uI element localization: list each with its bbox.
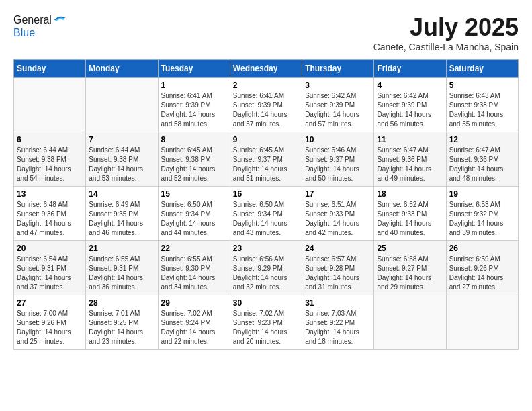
day-details: Sunrise: 6:52 AMSunset: 9:33 PMDaylight:… (377, 200, 443, 238)
calendar-cell (86, 78, 158, 132)
calendar-cell: 28Sunrise: 7:01 AMSunset: 9:25 PMDayligh… (86, 295, 158, 350)
logo-icon (53, 13, 66, 27)
day-number: 14 (89, 189, 154, 199)
day-details: Sunrise: 7:02 AMSunset: 9:24 PMDaylight:… (161, 309, 227, 347)
day-details: Sunrise: 6:44 AMSunset: 9:38 PMDaylight:… (89, 146, 154, 183)
day-number: 17 (305, 189, 371, 199)
weekday-header-wednesday: Wednesday (230, 60, 302, 78)
day-details: Sunrise: 6:43 AMSunset: 9:38 PMDaylight:… (449, 91, 515, 129)
calendar-cell (374, 295, 446, 350)
calendar-week-row: 13Sunrise: 6:48 AMSunset: 9:36 PMDayligh… (14, 187, 519, 241)
day-details: Sunrise: 6:59 AMSunset: 9:26 PMDaylight:… (449, 255, 515, 292)
calendar-cell: 17Sunrise: 6:51 AMSunset: 9:33 PMDayligh… (302, 187, 374, 241)
day-details: Sunrise: 6:42 AMSunset: 9:39 PMDaylight:… (377, 91, 443, 129)
day-number: 29 (161, 298, 227, 308)
calendar-cell: 12Sunrise: 6:47 AMSunset: 9:36 PMDayligh… (446, 132, 518, 187)
calendar-cell: 10Sunrise: 6:46 AMSunset: 9:37 PMDayligh… (302, 132, 374, 187)
weekday-header-friday: Friday (374, 60, 446, 78)
calendar-cell: 4Sunrise: 6:42 AMSunset: 9:39 PMDaylight… (374, 78, 446, 132)
calendar-cell: 27Sunrise: 7:00 AMSunset: 9:26 PMDayligh… (14, 295, 86, 350)
day-details: Sunrise: 6:41 AMSunset: 9:39 PMDaylight:… (233, 91, 299, 129)
day-number: 13 (17, 189, 83, 199)
day-number: 26 (449, 244, 515, 253)
day-details: Sunrise: 6:48 AMSunset: 9:36 PMDaylight:… (17, 200, 83, 238)
day-details: Sunrise: 7:02 AMSunset: 9:23 PMDaylight:… (233, 309, 299, 347)
day-details: Sunrise: 6:55 AMSunset: 9:30 PMDaylight:… (161, 255, 227, 292)
day-details: Sunrise: 6:55 AMSunset: 9:31 PMDaylight:… (89, 255, 154, 292)
day-number: 19 (449, 189, 515, 199)
day-number: 1 (161, 81, 227, 90)
calendar-cell: 6Sunrise: 6:44 AMSunset: 9:38 PMDaylight… (14, 132, 86, 187)
day-details: Sunrise: 6:58 AMSunset: 9:27 PMDaylight:… (377, 255, 443, 292)
day-number: 4 (377, 81, 443, 90)
calendar-week-row: 6Sunrise: 6:44 AMSunset: 9:38 PMDaylight… (14, 132, 519, 187)
weekday-header-thursday: Thursday (302, 60, 374, 78)
month-year-title: July 2025 (373, 13, 519, 42)
calendar-cell: 14Sunrise: 6:49 AMSunset: 9:35 PMDayligh… (86, 187, 158, 241)
day-details: Sunrise: 6:41 AMSunset: 9:39 PMDaylight:… (161, 91, 227, 129)
day-details: Sunrise: 6:50 AMSunset: 9:34 PMDaylight:… (161, 200, 227, 238)
day-number: 9 (233, 135, 299, 144)
page-header: General Blue July 2025 Canete, Castille-… (13, 13, 519, 52)
day-details: Sunrise: 6:47 AMSunset: 9:36 PMDaylight:… (449, 146, 515, 183)
day-number: 25 (377, 244, 443, 253)
day-number: 23 (233, 244, 299, 253)
day-details: Sunrise: 6:47 AMSunset: 9:36 PMDaylight:… (377, 146, 443, 183)
day-details: Sunrise: 6:49 AMSunset: 9:35 PMDaylight:… (89, 200, 154, 238)
calendar-cell: 20Sunrise: 6:54 AMSunset: 9:31 PMDayligh… (14, 241, 86, 295)
calendar-table: SundayMondayTuesdayWednesdayThursdayFrid… (13, 59, 519, 350)
day-details: Sunrise: 7:03 AMSunset: 9:22 PMDaylight:… (305, 309, 371, 347)
day-details: Sunrise: 6:53 AMSunset: 9:32 PMDaylight:… (449, 200, 515, 238)
weekday-header-row: SundayMondayTuesdayWednesdayThursdayFrid… (14, 60, 519, 78)
calendar-week-row: 27Sunrise: 7:00 AMSunset: 9:26 PMDayligh… (14, 295, 519, 350)
logo-general-text: General (13, 14, 52, 26)
day-number: 2 (233, 81, 299, 90)
day-number: 21 (89, 244, 154, 253)
day-number: 30 (233, 298, 299, 308)
calendar-cell: 19Sunrise: 6:53 AMSunset: 9:32 PMDayligh… (446, 187, 518, 241)
day-details: Sunrise: 6:56 AMSunset: 9:29 PMDaylight:… (233, 255, 299, 292)
calendar-cell (446, 295, 518, 350)
calendar-cell: 16Sunrise: 6:50 AMSunset: 9:34 PMDayligh… (230, 187, 302, 241)
day-details: Sunrise: 6:44 AMSunset: 9:38 PMDaylight:… (17, 146, 83, 183)
logo: General Blue (13, 13, 66, 39)
day-details: Sunrise: 6:46 AMSunset: 9:37 PMDaylight:… (305, 146, 371, 183)
day-number: 22 (161, 244, 227, 253)
day-number: 8 (161, 135, 227, 144)
location-subtitle: Canete, Castille-La Mancha, Spain (373, 42, 519, 52)
day-number: 31 (305, 298, 371, 308)
calendar-cell: 21Sunrise: 6:55 AMSunset: 9:31 PMDayligh… (86, 241, 158, 295)
day-number: 16 (233, 189, 299, 199)
day-number: 6 (17, 135, 83, 144)
weekday-header-monday: Monday (86, 60, 158, 78)
calendar-cell: 30Sunrise: 7:02 AMSunset: 9:23 PMDayligh… (230, 295, 302, 350)
calendar-cell: 15Sunrise: 6:50 AMSunset: 9:34 PMDayligh… (158, 187, 230, 241)
day-details: Sunrise: 6:45 AMSunset: 9:38 PMDaylight:… (161, 146, 227, 183)
calendar-cell: 25Sunrise: 6:58 AMSunset: 9:27 PMDayligh… (374, 241, 446, 295)
calendar-cell: 8Sunrise: 6:45 AMSunset: 9:38 PMDaylight… (158, 132, 230, 187)
calendar-week-row: 1Sunrise: 6:41 AMSunset: 9:39 PMDaylight… (14, 78, 519, 132)
calendar-cell: 22Sunrise: 6:55 AMSunset: 9:30 PMDayligh… (158, 241, 230, 295)
day-number: 15 (161, 189, 227, 199)
calendar-cell: 5Sunrise: 6:43 AMSunset: 9:38 PMDaylight… (446, 78, 518, 132)
logo-blue-text: Blue (13, 27, 66, 39)
day-number: 11 (377, 135, 443, 144)
day-number: 5 (449, 81, 515, 90)
calendar-cell: 31Sunrise: 7:03 AMSunset: 9:22 PMDayligh… (302, 295, 374, 350)
day-number: 12 (449, 135, 515, 144)
calendar-cell: 3Sunrise: 6:42 AMSunset: 9:39 PMDaylight… (302, 78, 374, 132)
day-details: Sunrise: 6:42 AMSunset: 9:39 PMDaylight:… (305, 91, 371, 129)
day-number: 10 (305, 135, 371, 144)
day-number: 28 (89, 298, 154, 308)
calendar-cell: 18Sunrise: 6:52 AMSunset: 9:33 PMDayligh… (374, 187, 446, 241)
calendar-cell: 26Sunrise: 6:59 AMSunset: 9:26 PMDayligh… (446, 241, 518, 295)
weekday-header-sunday: Sunday (14, 60, 86, 78)
day-number: 20 (17, 244, 83, 253)
day-details: Sunrise: 6:54 AMSunset: 9:31 PMDaylight:… (17, 255, 83, 292)
calendar-cell: 9Sunrise: 6:45 AMSunset: 9:37 PMDaylight… (230, 132, 302, 187)
title-block: July 2025 Canete, Castille-La Mancha, Sp… (373, 13, 519, 52)
calendar-cell: 7Sunrise: 6:44 AMSunset: 9:38 PMDaylight… (86, 132, 158, 187)
calendar-cell: 29Sunrise: 7:02 AMSunset: 9:24 PMDayligh… (158, 295, 230, 350)
calendar-cell (14, 78, 86, 132)
weekday-header-saturday: Saturday (446, 60, 518, 78)
